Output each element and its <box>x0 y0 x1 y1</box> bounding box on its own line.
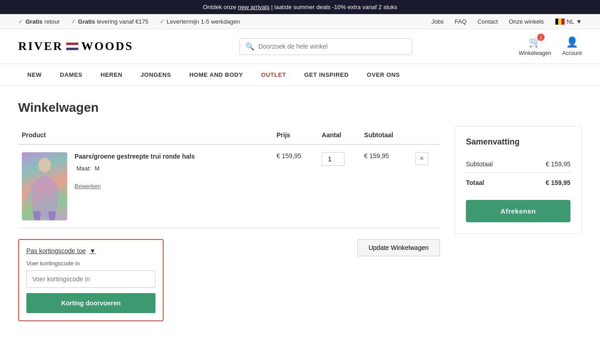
header: RIVER WOODS 🔍 🛒 1 Winkelwagen 👤 Account <box>0 29 600 64</box>
apply-coupon-button[interactable]: Korting doorvoeren <box>26 293 155 313</box>
nav-item-jongens[interactable]: JONGENS <box>131 64 180 85</box>
benefit-1: ✓ Gratis retour <box>18 18 60 25</box>
banner-text-after: | laatste summer deals -10% extra vanaf … <box>270 4 397 10</box>
subtotal-label: Subtotaal <box>466 160 493 168</box>
product-size: Maat: M <box>75 165 195 172</box>
search-icon: 🔍 <box>245 42 255 51</box>
product-subtotal: € 159,95 <box>360 145 412 228</box>
search-input[interactable] <box>258 43 406 50</box>
account-link[interactable]: 👤 Account <box>562 36 582 56</box>
nav-item-dames[interactable]: DAMES <box>51 64 91 85</box>
edit-link[interactable]: Bewerken <box>75 183 195 189</box>
benefit-3: ✓ Levertermijn 1-5 werkdagen <box>160 18 240 25</box>
cart-table: Product Prijs Aantal Subtotaal <box>18 126 440 228</box>
subtotal-value: € 159,95 <box>546 160 571 168</box>
contact-link[interactable]: Contact <box>477 18 498 25</box>
header-actions: 🛒 1 Winkelwagen 👤 Account <box>519 36 582 56</box>
cart-main: Product Prijs Aantal Subtotaal <box>18 126 440 321</box>
cart-bottom: Pas kortingscode toe ▼ Voer kortingscode… <box>18 239 440 321</box>
logo-text-1: RIVER <box>18 40 63 53</box>
product-info: Paars/groene gestreepte trui ronde hals … <box>75 152 195 220</box>
check-icon-2: ✓ <box>71 18 76 25</box>
cart-link[interactable]: 🛒 1 Winkelwagen <box>519 36 551 56</box>
col-subtotal: Subtotaal <box>360 126 412 145</box>
chevron-down-icon: ▼ <box>90 247 96 254</box>
main-nav: NEW DAMES HEREN JONGENS HOME AND BODY OU… <box>0 64 600 86</box>
secondary-nav: ✓ Gratis retour ✓ Gratis levering vanaf … <box>0 14 600 29</box>
secondary-links: Jobs FAQ Contact Onze winkels NL ▼ <box>431 18 582 25</box>
nav-item-home-and-body[interactable]: HOME AND BODY <box>180 64 252 85</box>
account-label: Account <box>562 50 582 56</box>
remove-cell: × <box>412 145 440 228</box>
qty-cell <box>318 145 360 228</box>
faq-link[interactable]: FAQ <box>455 18 466 25</box>
benefits-list: ✓ Gratis retour ✓ Gratis levering vanaf … <box>18 18 240 25</box>
chevron-down-icon: ▼ <box>576 18 582 25</box>
svg-point-0 <box>38 158 51 172</box>
banner-link[interactable]: new arrivals <box>238 4 270 10</box>
col-remove <box>412 126 440 145</box>
account-icon: 👤 <box>566 36 578 48</box>
col-product: Product <box>18 126 273 145</box>
col-price: Prijs <box>273 126 318 145</box>
nav-item-over-ons[interactable]: OVER ONS <box>358 64 409 85</box>
benefit-2: ✓ Gratis levering vanaf €175 <box>71 18 149 25</box>
cart-icon-wrapper: 🛒 1 <box>529 36 541 48</box>
check-icon-1: ✓ <box>18 18 24 25</box>
cart-layout: Product Prijs Aantal Subtotaal <box>18 126 582 321</box>
coupon-toggle[interactable]: Pas kortingscode toe ▼ <box>26 247 155 254</box>
language-selector[interactable]: NL ▼ <box>555 18 582 25</box>
product-image-svg <box>22 152 67 220</box>
table-row: Paars/groene gestreepte trui ronde hals … <box>18 145 440 228</box>
nav-item-outlet[interactable]: OUTLET <box>252 64 295 85</box>
search-box[interactable]: 🔍 <box>240 38 412 55</box>
logo-flag-icon <box>66 42 79 50</box>
coupon-input[interactable] <box>26 270 155 288</box>
coupon-toggle-label: Pas kortingscode toe <box>26 247 86 254</box>
logo[interactable]: RIVER WOODS <box>18 40 133 53</box>
nav-item-heren[interactable]: HEREN <box>91 64 131 85</box>
nav-item-new[interactable]: NEW <box>18 64 51 85</box>
nav-item-get-inspired[interactable]: GET INSPIRED <box>295 64 358 85</box>
jobs-link[interactable]: Jobs <box>431 18 444 25</box>
total-label: Totaal <box>466 179 484 186</box>
banner-text: Ontdek onze <box>203 4 238 10</box>
summary-title: Samenvatting <box>466 137 570 147</box>
product-image <box>22 152 67 220</box>
summary-total-row: Totaal € 159,95 <box>466 175 570 191</box>
page-title: Winkelwagen <box>18 100 582 115</box>
checkout-button[interactable]: Afrekenen <box>466 200 570 222</box>
quantity-input[interactable] <box>322 152 345 166</box>
logo-text-2: WOODS <box>81 40 134 53</box>
product-name: Paars/groene gestreepte trui ronde hals <box>75 152 195 161</box>
summary-box: Samenvatting Subtotaal € 159,95 Totaal €… <box>455 126 582 234</box>
summary-subtotal-row: Subtotaal € 159,95 <box>466 156 570 173</box>
total-value: € 159,95 <box>546 179 571 186</box>
product-price: € 159,95 <box>273 145 318 228</box>
update-cart-button[interactable]: Update Winkelwagen <box>357 239 440 256</box>
page-content: Winkelwagen Product Prijs Aantal Subtota… <box>0 86 600 336</box>
check-icon-3: ✓ <box>160 18 165 25</box>
top-banner: Ontdek onze new arrivals | laatste summe… <box>0 0 600 14</box>
col-qty: Aantal <box>318 126 360 145</box>
product-cell: Paars/groene gestreepte trui ronde hals … <box>18 145 273 228</box>
cart-badge: 1 <box>537 34 545 41</box>
coupon-field-label: Voer kortingscode in <box>26 260 155 267</box>
remove-button[interactable]: × <box>415 152 428 165</box>
cart-label: Winkelwagen <box>519 50 551 56</box>
winkels-link[interactable]: Onze winkels <box>509 18 544 25</box>
belgian-flag-icon <box>555 18 565 25</box>
coupon-section: Pas kortingscode toe ▼ Voer kortingscode… <box>18 239 164 321</box>
